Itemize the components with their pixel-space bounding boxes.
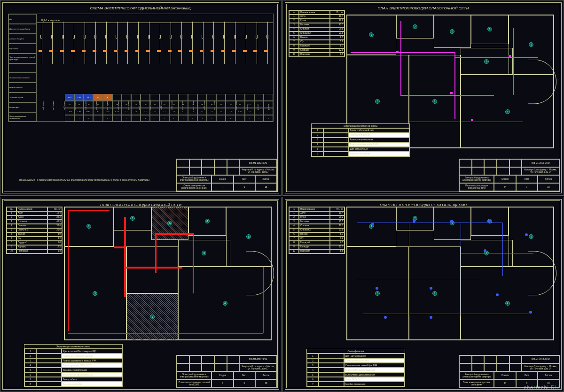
circuit: гр.5 розет. xyxy=(79,22,89,101)
room-schedule: №НаименованиеПл., м²1Холл10.42Кухня20.23… xyxy=(289,207,345,254)
sheet-low-voltage-plan: ПЛАН ЭЛЕКТРОПРОВОДКИ СЛАБОТОЧНОЙ СЕТИ №Н… xyxy=(282,0,564,196)
circuit: резерв xyxy=(241,22,251,101)
circuit: гр.4 розет. xyxy=(69,22,79,101)
circuit: гр.13 розет. xyxy=(165,22,175,101)
sld-row-header: Аппарат защиты xyxy=(8,34,37,44)
sld-row-header: Условное обозначение xyxy=(8,73,37,83)
sld-row-header: Данные питающей сети xyxy=(8,24,37,34)
single-line-diagram: А-4Данные питающей сетиАппарат защитыПус… xyxy=(8,14,274,122)
circuit: гр.8 розет. xyxy=(112,22,122,101)
circuit: гр.19 розет. xyxy=(230,22,240,101)
sld-row-header xyxy=(8,63,37,73)
circuit: гр.3 розет. xyxy=(58,22,68,101)
title-block: 008-М1-2012-ЭОМ Квартира 8, по адресу: г… xyxy=(176,355,277,388)
circuit: гр.1 розет. xyxy=(37,22,47,101)
tb-doc: Схема электрическая однолинейная (оконча… xyxy=(177,183,212,191)
circuit: гр.6 розет. xyxy=(90,22,100,101)
circuit: гр.12 розет. xyxy=(155,22,165,101)
sld-row-header: Установл. Р, кВт xyxy=(8,92,37,102)
circuit: гр.2 розет. xyxy=(47,22,57,101)
sld-row-headers: А-4Данные питающей сетиАппарат защитыПус… xyxy=(8,14,37,122)
sld-row-header: Тип, длина проводов, способ прокладки xyxy=(8,54,37,63)
sld-row-header: Наименование xyxy=(8,83,37,92)
legend-table: Экспликация элементов схемы1Линия слабот… xyxy=(311,123,410,157)
room-schedule: №НаименованиеПл., м²1Холл10.42Кухня20.23… xyxy=(289,10,345,57)
sld-row-header: Кол-во фаз xyxy=(8,102,37,112)
circuit: гр.11 розет. xyxy=(144,22,154,101)
tb-page: 6 xyxy=(234,183,255,191)
watermark: chartezhi.RU xyxy=(524,384,559,390)
circuit: гр.17 розет. xyxy=(209,22,219,101)
circuit: гр.14 розет. xyxy=(176,22,186,101)
circuit: резерв xyxy=(251,22,261,101)
tb-section: Электрооборудование и электроосвещение к… xyxy=(177,175,212,183)
circuit: гр.15 розет. xyxy=(187,22,197,101)
sld-row-header: А-4 xyxy=(8,14,37,24)
sheet-single-line-diagram: СХЕМА ЭЛЕКТРИЧЕСКАЯ ОДНОЛИНЕЙНАЯ (оконча… xyxy=(0,0,282,196)
title-block: 008-М1-2012-ЭОМ Квартира 8, по адресу: г… xyxy=(176,159,277,192)
circuit: гр.9 розет. xyxy=(123,22,133,101)
panel-label: ЩР-1 в квартире xyxy=(41,19,60,22)
circuit: гр.7 розет. xyxy=(101,22,111,101)
legend-table: Спецификация1ЩО - щит освещения2Светильн… xyxy=(306,349,405,387)
circuit: резерв xyxy=(262,22,272,101)
circuit: гр.18 розет. xyxy=(219,22,229,101)
tb-object: Квартира 8, по адресу: г. Москва, ул. По… xyxy=(239,167,277,175)
sld-row-header: Пускатель xyxy=(8,44,37,54)
circuit: гр.16 розет. xyxy=(198,22,208,101)
sheet-lighting-plan: ПЛАН ЭЛЕКТРОПРОВОДКИ СЕТИ ОСВЕЩЕНИЯ №Наи… xyxy=(282,197,564,392)
room-schedule: №НаименованиеПл., м²1Холл10.42Кухня20.23… xyxy=(6,207,63,254)
sld-circuits: гр.1 розет.гр.2 розет.гр.3 розет.гр.4 ро… xyxy=(37,14,273,122)
title-block: 008-М1-2012-ЭОМ Квартира 8, по адресу: г… xyxy=(459,159,560,192)
floor-plan: 2 7 6 8 5 3 1 9 4 xyxy=(346,207,554,340)
title-block: 008-М1-2012-ЭОМ Квартира 8, по адресу: г… xyxy=(459,355,560,388)
legend-table: Экспликация элементов схемы1Щиток силово… xyxy=(24,344,123,387)
floor-plan: 2 7 6 8 5 3 1 9 4 xyxy=(64,207,272,340)
tb-total: 18 xyxy=(255,183,277,191)
tb-code: 008-М1-2012-ЭОМ xyxy=(239,159,277,167)
sheet-power-plan: ПЛАН ЭЛЕКТРОПРОВОДКИ СИЛОВОЙ СЕТИ №Наиме… xyxy=(0,197,282,392)
diagram-note: Наименуемые I и группы распределительных… xyxy=(19,178,149,181)
circuit: гр.10 розет. xyxy=(133,22,143,101)
sld-row-header: Электропроводка и заземление xyxy=(8,112,37,122)
